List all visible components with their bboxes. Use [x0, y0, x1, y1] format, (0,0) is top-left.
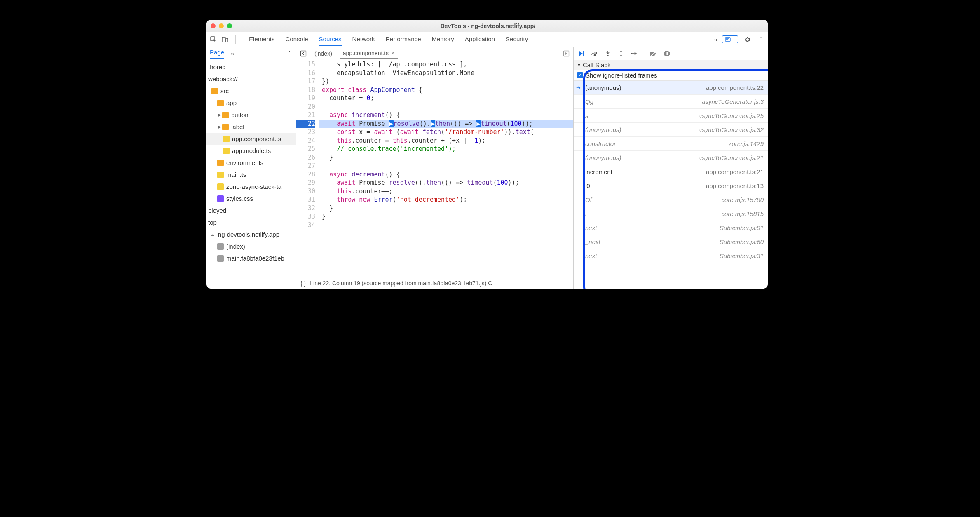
tree-folder-label[interactable]: label [206, 121, 296, 133]
tree-folder-app[interactable]: app [206, 97, 296, 109]
tree-file-zone-stack[interactable]: zone-async-stack-ta [206, 181, 296, 193]
nav-kebab-icon[interactable]: ⋮ [286, 50, 293, 57]
nav-tab-page[interactable]: Page [210, 49, 224, 59]
status-sourcemap-link[interactable]: main.fa8bfa0e23f1eb71.js [418, 280, 485, 287]
file-icon [223, 136, 230, 142]
tree-folder-button[interactable]: button [206, 109, 296, 121]
call-stack-header[interactable]: ▼ Call Stack [574, 60, 768, 70]
tree-folder-environments[interactable]: environments [206, 157, 296, 169]
stack-frame[interactable]: i0app.component.ts:13 [574, 179, 768, 193]
stack-frame[interactable]: (anonymous)app.component.ts:22 [574, 81, 768, 95]
navigator-pane: Page » ⋮ thored webpack:// src app butto… [206, 47, 296, 289]
tab-console[interactable]: Console [286, 33, 308, 46]
traffic-lights [211, 24, 232, 28]
editor-tab-app-component[interactable]: app.component.ts × [340, 48, 398, 59]
tab-elements[interactable]: Elements [249, 33, 275, 46]
more-nav-tabs-icon[interactable]: » [231, 50, 234, 57]
frame-function: (anonymous) [585, 126, 621, 133]
tree-domain[interactable]: ☁ng-devtools.netlify.app [206, 228, 296, 240]
step-over-icon[interactable] [591, 51, 598, 56]
tree-webpack[interactable]: webpack:// [206, 73, 296, 85]
stack-frame[interactable]: QgasyncToGenerator.js:3 [574, 95, 768, 109]
code-area[interactable]: styleUrls: [ ./app.component.css ], enca… [319, 60, 573, 277]
stack-frame[interactable]: constructorzone.js:1429 [574, 137, 768, 151]
close-window-button[interactable] [211, 24, 216, 28]
svg-rect-12 [667, 52, 668, 55]
show-ignored-frames-toggle[interactable]: ✓ Show ignore-listed frames [574, 70, 768, 81]
window-titlebar: DevTools - ng-devtools.netlify.app/ [206, 20, 768, 32]
tree-file-app-component[interactable]: app.component.ts [206, 133, 296, 145]
settings-icon[interactable] [744, 36, 751, 43]
file-icon [217, 172, 224, 178]
tab-application[interactable]: Application [465, 33, 495, 46]
editor-statusbar: { } Line 22, Column 19 (source mapped fr… [296, 277, 573, 289]
call-stack-list: (anonymous)app.component.ts:22QgasyncToG… [574, 81, 768, 263]
devtools-window: DevTools - ng-devtools.netlify.app/ Elem… [206, 20, 768, 289]
editor-body[interactable]: 1516171819202122232425262728293031323334… [296, 60, 573, 277]
more-tabs-icon[interactable]: » [712, 36, 720, 43]
tree-file-index[interactable]: (index) [206, 240, 296, 252]
step-icon[interactable] [631, 51, 638, 56]
issues-badge[interactable]: 1 [722, 35, 738, 43]
tree-file-main-hash[interactable]: main.fa8bfa0e23f1eb [206, 252, 296, 264]
frame-function: next [585, 252, 597, 259]
step-into-icon[interactable] [604, 50, 612, 57]
frame-function: next [585, 224, 597, 231]
svg-rect-11 [666, 52, 667, 55]
frame-location: app.component.ts:21 [706, 168, 764, 175]
stack-frame[interactable]: icore.mjs:15815 [574, 207, 768, 221]
status-text: Line 22, Column 19 (source mapped from [310, 280, 418, 287]
tree-file-app-module[interactable]: app.module.ts [206, 145, 296, 157]
pause-exceptions-icon[interactable] [663, 50, 671, 57]
zoom-window-button[interactable] [227, 24, 232, 28]
debugger-pane: ▼ Call Stack ✓ Show ignore-listed frames… [573, 47, 768, 289]
editor-pane: (index) app.component.ts × 1516171819202… [296, 47, 573, 289]
frame-function: i [585, 210, 586, 217]
pretty-print-icon[interactable]: { } [300, 280, 306, 287]
tree-top[interactable]: top [206, 216, 296, 228]
tab-sources[interactable]: Sources [319, 33, 342, 46]
line-gutter: 1516171819202122232425262728293031323334 [296, 60, 319, 277]
inspect-icon[interactable] [210, 36, 217, 43]
file-icon [217, 243, 224, 250]
tree-file-styles-css[interactable]: styles.css [206, 193, 296, 204]
stack-frame[interactable]: (anonymous)asyncToGenerator.js:32 [574, 123, 768, 137]
workarea: Page » ⋮ thored webpack:// src app butto… [206, 47, 768, 289]
step-out-icon[interactable] [617, 50, 625, 57]
editor-tab-index[interactable]: (index) [311, 49, 335, 59]
device-toggle-icon[interactable] [221, 36, 229, 43]
minimize-window-button[interactable] [219, 24, 224, 28]
nav-back-icon[interactable] [300, 50, 307, 57]
frame-location: Subscriber.js:31 [720, 252, 764, 259]
close-tab-icon[interactable]: × [391, 50, 394, 56]
kebab-menu-icon[interactable]: ⋮ [757, 36, 764, 43]
stack-frame[interactable]: Ofcore.mjs:15780 [574, 193, 768, 207]
stack-frame[interactable]: (anonymous)asyncToGenerator.js:21 [574, 151, 768, 165]
resume-icon[interactable] [578, 50, 585, 57]
stack-frame[interactable]: incrementapp.component.ts:21 [574, 165, 768, 179]
frame-function: constructor [585, 140, 616, 147]
checkbox-checked-icon: ✓ [577, 72, 583, 78]
deactivate-breakpoints-icon[interactable] [650, 51, 657, 56]
tab-memory[interactable]: Memory [432, 33, 454, 46]
tab-security[interactable]: Security [506, 33, 528, 46]
stack-frame[interactable]: nextSubscriber.js:31 [574, 249, 768, 263]
tree-file-main-ts[interactable]: main.ts [206, 169, 296, 181]
svg-point-8 [607, 55, 609, 56]
stack-frame[interactable]: sasyncToGenerator.js:25 [574, 109, 768, 123]
frame-location: Subscriber.js:91 [720, 224, 764, 231]
stack-frame[interactable]: nextSubscriber.js:91 [574, 221, 768, 235]
run-snippet-icon[interactable] [563, 50, 570, 57]
tree-folder-src[interactable]: src [206, 85, 296, 97]
status-suffix: ) C [485, 280, 492, 287]
tab-performance[interactable]: Performance [386, 33, 421, 46]
svg-rect-1 [222, 37, 225, 42]
stack-frame[interactable]: _nextSubscriber.js:60 [574, 235, 768, 249]
disclosure-icon[interactable] [217, 125, 222, 129]
tab-network[interactable]: Network [352, 33, 375, 46]
tree-deployed[interactable]: ployed [206, 204, 296, 216]
file-tree: thored webpack:// src app button label a… [206, 60, 296, 289]
disclosure-icon[interactable] [217, 113, 222, 117]
tree-authored[interactable]: thored [206, 61, 296, 73]
frame-function: (anonymous) [585, 154, 621, 161]
